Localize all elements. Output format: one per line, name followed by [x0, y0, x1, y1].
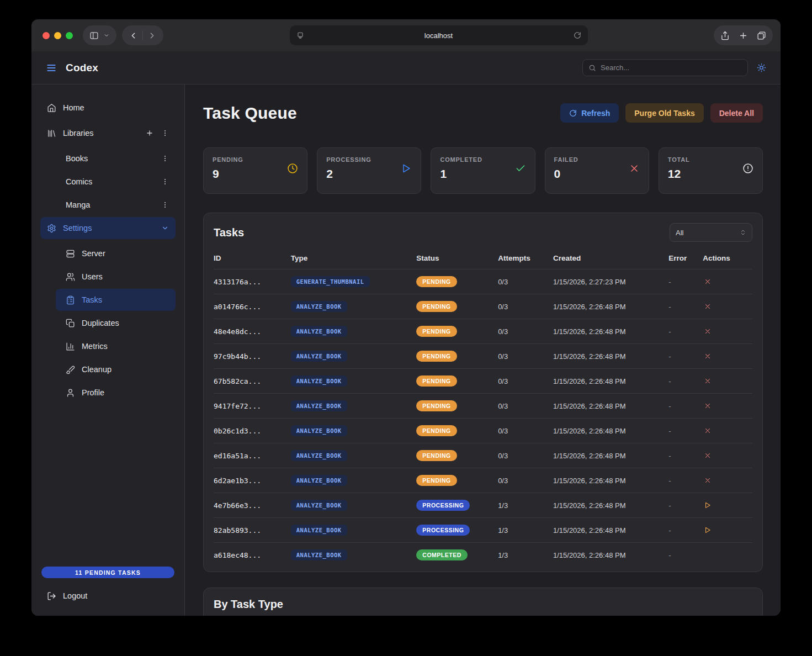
browser-toolbar: localhost [31, 19, 781, 51]
zoom-window-button[interactable] [66, 32, 73, 39]
task-attempts: 1/3 [498, 543, 553, 568]
cancel-task-button[interactable] [703, 376, 713, 386]
task-id: 9417fe72... [214, 402, 261, 410]
page-title: Task Queue [203, 104, 297, 123]
kebab-icon[interactable] [161, 178, 169, 186]
kebab-icon[interactable] [161, 155, 169, 162]
share-icon[interactable] [720, 31, 730, 40]
task-created: 1/15/2026, 2:26:48 PM [553, 419, 668, 443]
sidebar-item-comics[interactable]: Comics [56, 171, 176, 193]
traffic-lights [43, 32, 73, 39]
task-created: 1/15/2026, 2:26:48 PM [553, 394, 668, 419]
column-header-error: Error [668, 250, 703, 269]
sidebar-item-books[interactable]: Books [56, 147, 176, 170]
search-input[interactable] [601, 64, 742, 72]
task-type-badge: ANALYZE_BOOK [291, 450, 347, 461]
sidebar-item-cleanup[interactable]: Cleanup [56, 358, 176, 380]
sidebar-item-server[interactable]: Server [56, 242, 176, 264]
cancel-task-button[interactable] [703, 401, 713, 411]
sidebar-item-settings[interactable]: Settings [40, 217, 176, 239]
task-type-badge: ANALYZE_BOOK [291, 375, 347, 387]
sidebar-item-users[interactable]: Users [56, 266, 176, 288]
sidebar-item-label: Libraries [63, 129, 94, 137]
play-icon [704, 526, 712, 534]
minimize-window-button[interactable] [54, 32, 61, 39]
cancel-task-button[interactable] [703, 351, 713, 361]
logout-button[interactable]: Logout [40, 586, 176, 606]
sidebar-item-profile[interactable]: Profile [56, 382, 176, 404]
sidebar-item-libraries[interactable]: Libraries [40, 122, 176, 144]
task-created: 1/15/2026, 2:26:48 PM [553, 468, 668, 493]
status-badge: PROCESSING [416, 500, 470, 511]
task-type-badge: GENERATE_THUMBNAIL [291, 276, 370, 287]
sidebar-item-metrics[interactable]: Metrics [56, 335, 176, 357]
cancel-task-button[interactable] [703, 475, 713, 485]
task-type-badge: ANALYZE_BOOK [291, 500, 347, 511]
task-type-badge: ANALYZE_BOOK [291, 475, 347, 486]
settings-item-label: Cleanup [82, 365, 112, 374]
status-badge: PENDING [416, 450, 457, 461]
by-task-type-panel: By Task Type [203, 588, 763, 616]
logout-icon [47, 591, 56, 601]
cancel-task-button[interactable] [703, 326, 713, 336]
stat-card-pending: PENDING9 [203, 147, 307, 194]
task-error: - [668, 443, 703, 468]
search-icon [588, 64, 596, 72]
forward-button[interactable] [147, 31, 157, 40]
sidebar-toggle-button[interactable] [83, 25, 116, 45]
task-row: 0b26c1d3...ANALYZE_BOOKPENDING0/31/15/20… [214, 419, 752, 443]
library-label: Books [66, 154, 88, 163]
libraries-menu-icon[interactable] [161, 129, 169, 137]
status-badge: PENDING [416, 276, 457, 287]
task-created: 1/15/2026, 2:26:48 PM [553, 369, 668, 394]
sidebar-item-manga[interactable]: Manga [56, 194, 176, 216]
play-icon [704, 501, 712, 509]
task-filter-select[interactable]: All [670, 223, 752, 242]
task-id: 0b26c1d3... [214, 427, 261, 435]
task-id: 67b582ca... [214, 377, 261, 385]
add-library-icon[interactable] [146, 129, 153, 137]
library-label: Manga [66, 200, 90, 209]
sidebar-item-tasks[interactable]: Tasks [56, 289, 176, 311]
close-window-button[interactable] [43, 32, 50, 39]
task-attempts: 0/3 [498, 319, 553, 344]
refresh-button[interactable]: Refresh [560, 103, 619, 123]
menu-icon[interactable] [46, 62, 57, 73]
x-icon [704, 303, 712, 310]
stat-label: FAILED [554, 156, 579, 163]
sidebar-item-home[interactable]: Home [40, 97, 176, 119]
library-label: Comics [66, 177, 92, 186]
status-badge: PENDING [416, 326, 457, 337]
stats-row: PENDING9PROCESSING2COMPLETED1FAILED0TOTA… [203, 147, 763, 194]
column-header-status: Status [416, 250, 498, 269]
url-bar[interactable]: localhost [290, 25, 588, 45]
x-icon [704, 427, 712, 435]
run-task-button[interactable] [703, 500, 713, 510]
sidebar-item-label: Home [63, 103, 84, 112]
tab-overview-icon[interactable] [757, 31, 766, 40]
tasks-table: IDTypeStatusAttemptsCreatedErrorActions … [214, 250, 752, 567]
cancel-task-button[interactable] [703, 426, 713, 436]
alert-circle-icon [742, 163, 753, 174]
task-type-badge: ANALYZE_BOOK [291, 425, 347, 436]
cancel-task-button[interactable] [703, 277, 713, 287]
x-icon [704, 477, 712, 484]
sidebar-item-duplicates[interactable]: Duplicates [56, 312, 176, 334]
logout-label: Logout [63, 591, 87, 600]
run-task-button[interactable] [703, 525, 713, 535]
new-tab-icon[interactable] [739, 31, 748, 40]
brush-icon [66, 365, 75, 374]
delete-all-button[interactable]: Delete All [710, 103, 763, 123]
kebab-icon[interactable] [161, 201, 169, 209]
reload-icon[interactable] [574, 31, 581, 39]
task-created: 1/15/2026, 2:27:23 PM [553, 269, 668, 294]
cancel-task-button[interactable] [703, 451, 713, 461]
theme-toggle-sun-icon[interactable] [757, 63, 766, 72]
back-button[interactable] [129, 31, 138, 40]
settings-item-label: Server [82, 249, 105, 258]
purge-old-tasks-button[interactable]: Purge Old Tasks [625, 103, 703, 123]
task-error: - [668, 518, 703, 543]
task-attempts: 0/3 [498, 269, 553, 294]
search-box[interactable] [582, 59, 748, 76]
cancel-task-button[interactable] [703, 301, 713, 311]
